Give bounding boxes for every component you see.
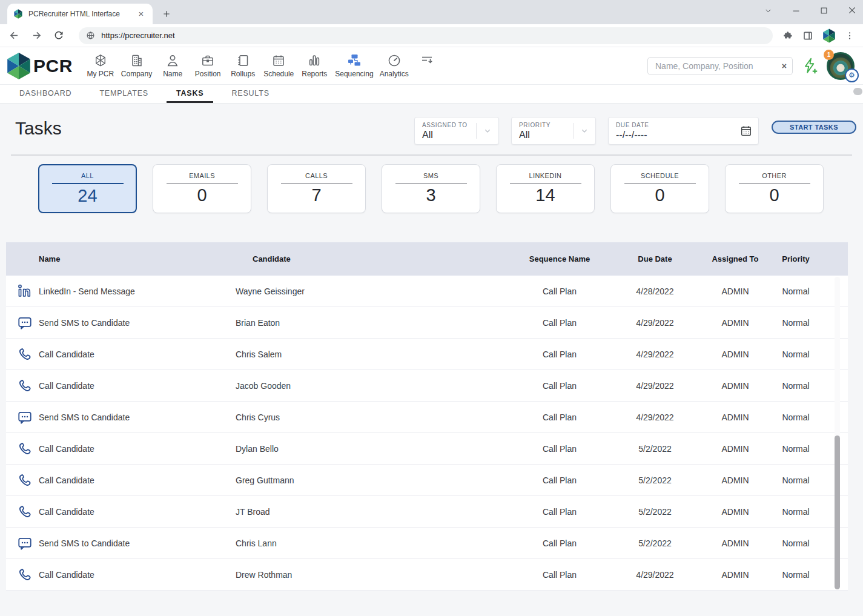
table-row[interactable]: Send SMS to Candidate Brian Eaton Call P… (6, 307, 848, 339)
priority-filter[interactable]: PRIORITY All (511, 117, 596, 145)
pcr-extension-icon[interactable] (822, 28, 836, 43)
maximize-button[interactable] (819, 5, 829, 16)
table-scrollbar[interactable] (835, 277, 840, 589)
candidate-name: Chris Cyrus (236, 412, 517, 422)
table-row[interactable]: LinkedIn - Send Message Wayne Geissinger… (6, 276, 848, 307)
task-name: Call Candidate (39, 349, 236, 359)
quick-add-bolt-icon[interactable] (801, 57, 819, 75)
task-name: Call Candidate (39, 444, 236, 454)
table-row[interactable]: Call Candidate JT Broad Call Plan 5/2/20… (6, 496, 848, 528)
sequencing-icon (347, 53, 362, 68)
due-date: 5/2/2022 (602, 475, 708, 485)
extensions-puzzle-icon[interactable] (782, 30, 793, 41)
summary-card-calls[interactable]: CALLS 7 (267, 164, 366, 213)
due-date-filter[interactable]: DUE DATE --/--/---- (608, 117, 759, 145)
calendar-icon[interactable] (734, 124, 758, 137)
due-date: 4/28/2022 (602, 286, 708, 296)
nav-item-schedule[interactable]: Schedule (263, 53, 294, 78)
calendar-icon (271, 53, 286, 68)
card-count: 24 (78, 186, 97, 206)
page-title: Tasks (15, 118, 62, 139)
summary-card-emails[interactable]: EMAILS 0 (153, 164, 251, 213)
nav-item-rollups[interactable]: Rollups (228, 53, 257, 78)
table-row[interactable]: Call Candidate Drew Rothman Call Plan 4/… (6, 559, 848, 591)
assigned-to: ADMIN (708, 538, 762, 548)
start-tasks-button[interactable]: START TASKS (772, 121, 856, 134)
summary-cards: ALL 24 EMAILS 0 CALLS 7 SMS 3 LINKEDIN 1… (38, 164, 824, 213)
tab-search-chevron-icon[interactable] (763, 5, 773, 16)
search-clear-icon[interactable]: × (782, 61, 787, 71)
phone-icon (17, 441, 33, 456)
card-underline (52, 183, 124, 184)
reload-icon[interactable] (53, 30, 65, 42)
minimize-button[interactable] (791, 5, 801, 16)
priority-value: Normal (762, 444, 829, 454)
summary-card-schedule[interactable]: SCHEDULE 0 (610, 164, 709, 213)
chevron-down-icon[interactable] (477, 126, 498, 136)
card-count: 0 (197, 185, 207, 205)
user-avatar[interactable]: 1 ⚙ (827, 52, 855, 80)
back-icon[interactable] (8, 30, 21, 42)
tab-tasks[interactable]: TASKS (167, 85, 213, 103)
candidate-name: Chris Lann (236, 538, 517, 548)
pcr-logo[interactable]: PCR (0, 52, 73, 80)
page-scrollbar-thumb[interactable] (853, 88, 862, 95)
table-row[interactable]: Call Candidate Chris Salem Call Plan 4/2… (6, 339, 848, 370)
sequence-name: Call Plan (517, 349, 602, 359)
sequence-name: Call Plan (517, 412, 602, 422)
tab-dashboard[interactable]: DASHBOARD (10, 85, 81, 103)
sms-icon (17, 315, 33, 330)
tab-results[interactable]: RESULTS (222, 85, 279, 103)
collapse-toolbar-icon[interactable] (420, 53, 434, 67)
phone-icon (17, 472, 33, 488)
close-window-button[interactable] (847, 5, 857, 16)
logo-text: PCR (33, 56, 73, 76)
browser-menu-kebab-icon[interactable] (845, 31, 855, 41)
due-date: 4/29/2022 (602, 381, 708, 391)
barchart-icon (307, 53, 322, 68)
assigned-to-filter[interactable]: ASSIGNED TO All (414, 117, 499, 145)
table-row[interactable]: Call Candidate Greg Guttmann Call Plan 5… (6, 465, 848, 496)
priority-value: Normal (762, 475, 829, 485)
nav-item-company[interactable]: Company (121, 53, 152, 78)
url-bar[interactable]: https://pcrecruiter.net (79, 27, 773, 44)
briefcase-icon (200, 53, 215, 68)
priority-value: All (519, 130, 573, 141)
table-row[interactable]: Call Candidate Dylan Bello Call Plan 5/2… (6, 433, 848, 465)
tab-close-icon[interactable]: × (136, 8, 147, 19)
linkedin-icon (17, 283, 33, 299)
forward-icon[interactable] (31, 30, 43, 42)
table-row[interactable]: Send SMS to Candidate Chris Cyrus Call P… (6, 402, 848, 433)
candidate-name: Jacob Gooden (236, 381, 517, 391)
rollups-icon (236, 53, 250, 68)
tab-templates[interactable]: TEMPLATES (90, 85, 158, 103)
settings-gear-icon[interactable]: ⚙ (845, 68, 859, 82)
task-name: Send SMS to Candidate (39, 318, 236, 328)
nav-item-reports[interactable]: Reports (300, 53, 329, 78)
browser-tab[interactable]: PCRecruiter HTML Interface × (7, 4, 153, 24)
nav-item-name[interactable]: Name (158, 53, 187, 78)
due-date: 4/29/2022 (602, 349, 708, 359)
task-name: Call Candidate (39, 475, 236, 485)
card-count: 7 (311, 185, 321, 205)
candidate-name: Greg Guttmann (236, 475, 517, 485)
nav-item-analytics[interactable]: Analytics (380, 53, 409, 78)
summary-card-other[interactable]: OTHER 0 (725, 164, 824, 213)
candidate-name: Wayne Geissinger (236, 286, 517, 296)
nav-item-my-pcr[interactable]: My PCR (86, 53, 115, 78)
card-underline (510, 183, 581, 184)
nav-item-position[interactable]: Position (193, 53, 222, 78)
chevron-down-icon[interactable] (574, 126, 595, 136)
card-label: SMS (423, 172, 438, 179)
new-tab-button[interactable] (159, 6, 174, 22)
card-count: 0 (769, 185, 779, 205)
summary-card-linkedin[interactable]: LINKEDIN 14 (496, 164, 595, 213)
scrollbar-thumb[interactable] (835, 436, 840, 589)
side-panel-icon[interactable] (802, 30, 813, 41)
nav-item-sequencing[interactable]: Sequencing (335, 53, 373, 78)
table-row[interactable]: Send SMS to Candidate Chris Lann Call Pl… (6, 528, 848, 559)
search-input[interactable] (655, 61, 779, 71)
table-row[interactable]: Call Candidate Jacob Gooden Call Plan 4/… (6, 370, 848, 402)
summary-card-all[interactable]: ALL 24 (38, 164, 137, 213)
summary-card-sms[interactable]: SMS 3 (382, 164, 480, 213)
